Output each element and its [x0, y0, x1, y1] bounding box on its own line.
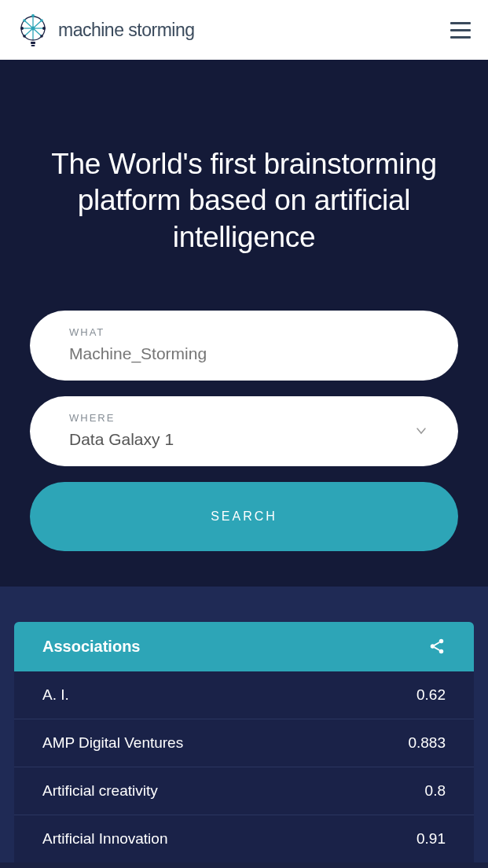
result-row[interactable]: AMP Digital Ventures 0.883	[14, 719, 474, 767]
result-term: AMP Digital Ventures	[42, 734, 183, 752]
result-term: A. I.	[42, 686, 69, 704]
associations-card: Associations A. I. 0.62 AMP Digital Vent…	[14, 622, 474, 862]
header: machine storming	[0, 0, 488, 60]
svg-point-12	[31, 27, 35, 31]
svg-point-17	[439, 649, 444, 654]
card-title: Associations	[42, 638, 140, 656]
chevron-down-icon	[416, 425, 427, 436]
svg-point-15	[439, 639, 444, 644]
result-score: 0.91	[416, 830, 446, 848]
result-row[interactable]: Artificial Innovation 0.91	[14, 815, 474, 862]
card-header: Associations	[14, 622, 474, 671]
svg-point-9	[23, 19, 26, 22]
result-row[interactable]: Artificial creativity 0.8	[14, 767, 474, 815]
logo[interactable]: machine storming	[14, 11, 195, 49]
svg-point-8	[40, 19, 43, 22]
result-score: 0.8	[425, 782, 446, 800]
what-label: WHAT	[69, 326, 419, 338]
svg-line-19	[435, 648, 439, 651]
result-term: Artificial Innovation	[42, 830, 167, 848]
result-term: Artificial creativity	[42, 782, 158, 800]
result-score: 0.62	[416, 686, 446, 704]
what-input[interactable]	[69, 344, 419, 363]
svg-rect-13	[31, 42, 35, 44]
result-row[interactable]: A. I. 0.62	[14, 671, 474, 719]
where-field[interactable]: WHERE Data Galaxy 1	[30, 396, 458, 466]
where-selected: Data Galaxy 1	[69, 430, 419, 449]
hero-title: The World's first brainstorming platform…	[30, 146, 458, 256]
svg-point-10	[40, 35, 43, 38]
result-score: 0.883	[408, 734, 446, 752]
search-button[interactable]: SEARCH	[30, 482, 458, 551]
results-section: Associations A. I. 0.62 AMP Digital Vent…	[0, 587, 488, 862]
brainstorm-logo-icon	[14, 11, 52, 49]
brand-name: machine storming	[58, 20, 195, 41]
svg-point-6	[42, 27, 46, 30]
menu-button[interactable]	[447, 19, 474, 42]
results-list: A. I. 0.62 AMP Digital Ventures 0.883 Ar…	[14, 671, 474, 862]
svg-point-5	[31, 14, 35, 17]
hamburger-icon	[450, 22, 471, 24]
hero-section: The World's first brainstorming platform…	[0, 60, 488, 587]
svg-rect-14	[31, 45, 35, 46]
where-label: WHERE	[69, 412, 419, 424]
svg-point-11	[23, 35, 26, 38]
what-field[interactable]: WHAT	[30, 311, 458, 381]
svg-point-16	[431, 645, 435, 649]
share-icon[interactable]	[428, 638, 446, 655]
svg-line-18	[435, 642, 439, 645]
svg-point-7	[20, 27, 24, 30]
